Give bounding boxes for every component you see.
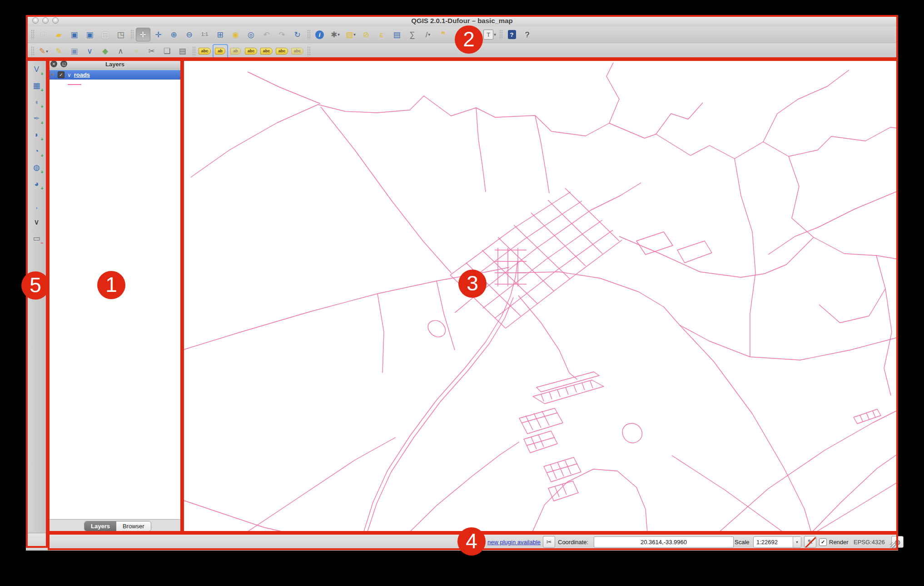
add-feature-icon[interactable]: ∨: [83, 45, 97, 58]
label-visibility-icon[interactable]: abc: [244, 45, 258, 58]
scale-value: 1:22692: [754, 539, 793, 546]
disclosure-triangle-icon[interactable]: ▼: [50, 72, 55, 77]
add-postgis-layer-icon[interactable]: ◖: [29, 95, 45, 109]
label-icon[interactable]: abc: [198, 45, 212, 58]
zoom-next-icon[interactable]: ↷: [275, 28, 289, 41]
deselect-features-icon[interactable]: ⊘: [359, 28, 373, 41]
select-features-icon[interactable]: ▨▾: [343, 28, 358, 41]
render-label: Render: [829, 539, 849, 546]
status-bar: new plugin available ✂ Coordinate: Scale…: [26, 533, 898, 551]
pan-map-icon[interactable]: ✛: [136, 28, 150, 41]
move-feature-icon[interactable]: ◆: [98, 45, 113, 58]
toolbar-main: □▰▣▣▢◳✛✛⊕⊖1:1⊞◉◎↶↷↻i✱▾▨▾⊘ε▤∑/▾❞✷▭T▾??: [26, 26, 898, 43]
tab-layers[interactable]: Layers: [84, 521, 116, 531]
measure-icon[interactable]: /▾: [421, 28, 435, 41]
text-annotation-icon[interactable]: T▾: [482, 28, 497, 41]
node-tool-icon[interactable]: ∧: [114, 45, 128, 58]
resize-grip[interactable]: [890, 542, 897, 549]
zoom-in-icon[interactable]: ⊕: [167, 28, 181, 41]
scale-label: Scale: [735, 539, 750, 546]
panel-tab-bar: LayersBrowser: [48, 519, 182, 533]
zoom-to-layer-icon[interactable]: ◎: [244, 28, 258, 41]
layer-row-roads[interactable]: ▼ ✓ ∨ roads: [48, 70, 182, 80]
zoom-window-button[interactable]: [52, 17, 59, 24]
scale-combobox[interactable]: 1:22692 ▾: [753, 536, 801, 548]
paste-features-icon[interactable]: ▤: [175, 45, 190, 58]
layers-panel-header: ✕ ◱ Layers: [48, 59, 182, 70]
title-bar: QGIS 2.0.1-Dufour – basic_map: [26, 15, 898, 27]
save-project-as-icon[interactable]: ▣: [83, 28, 97, 41]
add-delimited-text-layer-icon[interactable]: ,: [29, 198, 45, 213]
layer-name: roads: [74, 71, 90, 78]
add-wfs-layer-icon[interactable]: ◕: [29, 176, 45, 191]
composer-manager-icon[interactable]: ◳: [114, 28, 128, 41]
panel-tab-segments: LayersBrowser: [84, 521, 151, 531]
minimize-window-button[interactable]: [42, 17, 49, 24]
remove-layer-icon[interactable]: ▭: [29, 231, 45, 245]
label-rotate-icon[interactable]: abc: [275, 45, 289, 58]
render-checkbox[interactable]: ✓: [819, 538, 827, 546]
whats-this-icon[interactable]: ?: [520, 28, 535, 41]
help-contents-icon[interactable]: ?: [505, 28, 519, 41]
copy-features-icon[interactable]: ❏: [160, 45, 174, 58]
add-wms-layer-icon[interactable]: ◍: [29, 160, 45, 175]
toolbar-handle: [307, 30, 310, 40]
new-print-composer-icon[interactable]: ▢: [98, 28, 113, 41]
refresh-icon[interactable]: ↻: [290, 28, 305, 41]
label-move-icon[interactable]: abc: [259, 45, 274, 58]
layer-visibility-checkbox[interactable]: ✓: [58, 71, 65, 78]
cut-features-icon[interactable]: ✂: [144, 45, 159, 58]
window-title: QGIS 2.0.1-Dufour – basic_map: [26, 17, 898, 25]
layers-panel-title: Layers: [48, 61, 182, 68]
plugin-icon[interactable]: ✂: [543, 536, 555, 548]
label-pin-icon[interactable]: ab: [213, 45, 228, 58]
toolbar-handle: [31, 46, 34, 56]
add-raster-layer-icon[interactable]: ▦: [29, 78, 45, 93]
close-window-button[interactable]: [32, 17, 39, 24]
attribute-table-icon[interactable]: ▤: [390, 28, 404, 41]
select-by-expression-icon[interactable]: ε: [374, 28, 389, 41]
coordinate-label: Coordinate:: [558, 539, 588, 546]
zoom-out-icon[interactable]: ⊖: [182, 28, 197, 41]
panel-float-icon[interactable]: ◱: [60, 60, 67, 67]
open-project-icon[interactable]: ▰: [52, 28, 66, 41]
new-plugin-link[interactable]: new plugin available: [487, 539, 541, 546]
add-spatialite-layer-icon[interactable]: ✒: [29, 111, 45, 125]
toolbar-handle: [130, 30, 134, 40]
toolbar-handle: [499, 30, 502, 40]
coordinate-input[interactable]: [594, 536, 734, 548]
show-bookmarks-icon[interactable]: ▭: [467, 28, 482, 41]
map-tips-icon[interactable]: ❞: [436, 28, 451, 41]
toggle-editing-icon[interactable]: ✎: [52, 45, 66, 58]
label-properties-icon[interactable]: abc: [290, 45, 305, 58]
layer-symbology-sample: [68, 84, 81, 85]
new-bookmark-icon[interactable]: ✷: [452, 28, 466, 41]
add-mssql-layer-icon[interactable]: ◗: [29, 127, 45, 142]
zoom-last-icon[interactable]: ↶: [259, 28, 274, 41]
new-shapefile-layer-icon[interactable]: ∨: [29, 215, 45, 229]
zoom-to-selection-icon[interactable]: ◉: [229, 28, 243, 41]
add-oracle-layer-icon[interactable]: ◔: [29, 144, 45, 158]
delete-selected-icon[interactable]: ▫: [129, 45, 144, 58]
panel-close-icon[interactable]: ✕: [50, 60, 57, 67]
line-symbol-icon: ∨: [67, 72, 71, 78]
stop-rendering-icon[interactable]: ✎: [804, 536, 816, 548]
toolbar-handle: [31, 30, 34, 40]
add-vector-layer-icon[interactable]: V: [29, 62, 45, 76]
new-project-icon[interactable]: □: [36, 28, 51, 41]
map-svg: [182, 59, 898, 533]
identify-icon[interactable]: i: [313, 28, 327, 41]
tab-browser[interactable]: Browser: [116, 521, 151, 531]
save-project-icon[interactable]: ▣: [67, 28, 82, 41]
save-layer-edits-icon[interactable]: ▣: [67, 45, 82, 58]
chevron-down-icon[interactable]: ▾: [793, 537, 801, 547]
toolbar-handle: [192, 46, 195, 56]
zoom-native-icon[interactable]: 1:1: [198, 28, 212, 41]
label-unpin-icon[interactable]: ab: [229, 45, 243, 58]
zoom-full-icon[interactable]: ⊞: [213, 28, 228, 41]
current-edits-icon[interactable]: ✎▾: [36, 45, 51, 58]
feature-action-icon[interactable]: ✱▾: [328, 28, 343, 41]
map-canvas[interactable]: [182, 59, 898, 533]
pan-to-selection-icon[interactable]: ✛: [151, 28, 166, 41]
field-calculator-icon[interactable]: ∑: [405, 28, 420, 41]
